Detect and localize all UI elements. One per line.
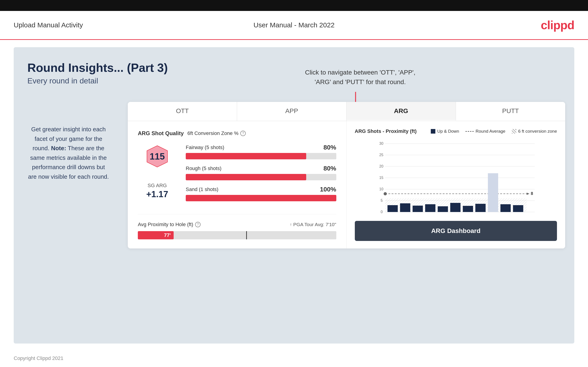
section-header: ARG Shot Quality 6ft Conversion Zone % ? [138,130,336,137]
arg-dashboard-button[interactable]: ARG Dashboard [355,221,557,241]
bar-pct-fairway: 80% [323,144,336,151]
header: Upload Manual Activity User Manual - Mar… [0,11,588,40]
hex-badge: 115 [145,144,170,169]
bar-row-header-sand: Sand (1 shots) 100% [186,186,336,193]
prox-bar-value: 77' [164,232,171,238]
tab-app[interactable]: APP [237,102,346,121]
svg-rect-23 [413,206,423,212]
bar-fill-fairway [186,153,306,159]
logo: clippd [541,18,574,32]
svg-text:10: 10 [379,187,383,191]
legend-6ft: 6 ft conversion zone [512,129,557,134]
bar-fill-rough [186,174,306,180]
legend-up-down-label: Up & Down [437,129,459,134]
svg-point-16 [384,192,387,195]
left-col: 115 SG ARG +1.17 [138,144,177,207]
prox-help-icon[interactable]: ? [195,222,200,227]
chart-legend: Up & Down Round Average 6 ft conversion … [431,129,557,134]
legend-round-avg-label: Round Average [476,129,505,134]
chart-area: 0 5 10 15 20 25 30 [355,138,557,215]
left-panel-inner: 115 SG ARG +1.17 Fairway (5 shots) [138,144,336,207]
svg-marker-17 [527,193,529,195]
prox-label: Avg Proximity to Hole (ft) ? [138,222,200,227]
left-panel: ARG Shot Quality 6ft Conversion Zone % ? [128,121,346,249]
conversion-zone-subtitle: 6ft Conversion Zone % ? [187,130,246,136]
svg-text:15: 15 [379,176,383,180]
svg-rect-30 [500,204,511,212]
upload-label: Upload Manual Activity [14,21,83,29]
shot-quality-title: ARG Shot Quality [138,130,184,137]
bar-fill-sand [186,195,336,201]
tab-ott[interactable]: OTT [128,102,237,121]
prox-pga-avg: ↑ PGA Tour Avg: 7'10" [290,222,336,227]
prox-cursor [246,231,247,239]
bar-label-sand: Sand (1 shots) [186,186,218,192]
svg-rect-28 [475,204,485,212]
bar-row-sand: Sand (1 shots) 100% [186,186,336,201]
bar-label-fairway: Fairway (5 shots) [186,144,224,150]
svg-text:20: 20 [379,164,383,168]
svg-rect-26 [450,203,460,212]
bar-row-fairway: Fairway (5 shots) 80% [186,144,336,159]
legend-round-avg: Round Average [466,129,505,134]
bar-row-header-rough: Rough (5 shots) 80% [186,165,336,172]
help-icon[interactable]: ? [240,131,246,136]
svg-rect-31 [513,205,523,212]
proximity-section: Avg Proximity to Hole (ft) ? ↑ PGA Tour … [138,214,336,239]
svg-text:30: 30 [379,142,383,145]
top-bar [0,0,588,11]
footer: Copyright Clippd 2021 [0,351,588,366]
legend-6ft-label: 6 ft conversion zone [518,129,557,134]
prox-bar-fill: 77' [138,231,174,239]
main-card: OTT APP ARG PUTT ARG Shot Quality 6ft Co… [128,102,565,249]
legend-up-down: Up & Down [431,129,459,134]
bar-pct-sand: 100% [320,186,336,193]
prox-avg-icon: ↑ [290,222,292,227]
page-title: Round Insights... (Part 3) [27,61,561,75]
tab-bar: OTT APP ARG PUTT [128,102,565,121]
document-title: User Manual - March 2022 [253,21,335,29]
svg-rect-29 [488,173,498,212]
sg-section: SG ARG +1.17 [146,183,168,199]
card-body: ARG Shot Quality 6ft Conversion Zone % ? [128,121,565,249]
right-panel: ARG Shots - Proximity (ft) Up & Down Rou… [346,121,565,249]
prox-header: Avg Proximity to Hole (ft) ? ↑ PGA Tour … [138,222,336,227]
main-content: Round Insights... (Part 3) Every round i… [14,47,574,343]
sg-value: +1.17 [146,189,168,199]
bar-track-rough [186,174,336,180]
note-label: Note: [51,145,66,152]
svg-text:8: 8 [531,191,533,196]
hex-number: 115 [150,151,165,162]
svg-text:25: 25 [379,153,383,157]
svg-rect-22 [400,203,410,212]
svg-text:0: 0 [380,210,383,214]
svg-rect-27 [463,206,473,212]
prox-bar-track: 77' [138,231,336,239]
bars-col: Fairway (5 shots) 80% Rough (5 shots) [186,144,336,207]
legend-dash [466,131,474,132]
right-header: ARG Shots - Proximity (ft) Up & Down Rou… [355,128,557,134]
svg-rect-21 [388,205,398,212]
bar-row-rough: Rough (5 shots) 80% [186,165,336,180]
svg-text:5: 5 [380,199,383,202]
page-subtitle: Every round in detail [27,76,561,85]
copyright: Copyright Clippd 2021 [14,355,63,361]
svg-rect-25 [438,206,448,212]
bar-pct-rough: 80% [323,165,336,172]
tab-putt[interactable]: PUTT [456,102,565,121]
left-description: Get greater insight into each facet of y… [27,125,110,182]
bar-label-rough: Rough (5 shots) [186,166,222,171]
sg-label: SG ARG [146,183,168,189]
tab-arg[interactable]: ARG [346,102,456,121]
legend-up-down-color [431,129,435,133]
bar-track-sand [186,195,336,201]
desc-text: Get greater insight into each facet of y… [28,126,109,180]
bar-row-header: Fairway (5 shots) 80% [186,144,336,151]
legend-hatch [512,129,516,133]
bar-track-fairway [186,153,336,159]
svg-rect-24 [425,204,435,212]
annotation-line1: Click to navigate between 'OTT', 'APP', [305,68,415,77]
chart-svg: 0 5 10 15 20 25 30 [355,138,557,215]
chart-title: ARG Shots - Proximity (ft) [355,128,417,134]
prox-avg-label: PGA Tour Avg: 7'10" [293,222,336,227]
